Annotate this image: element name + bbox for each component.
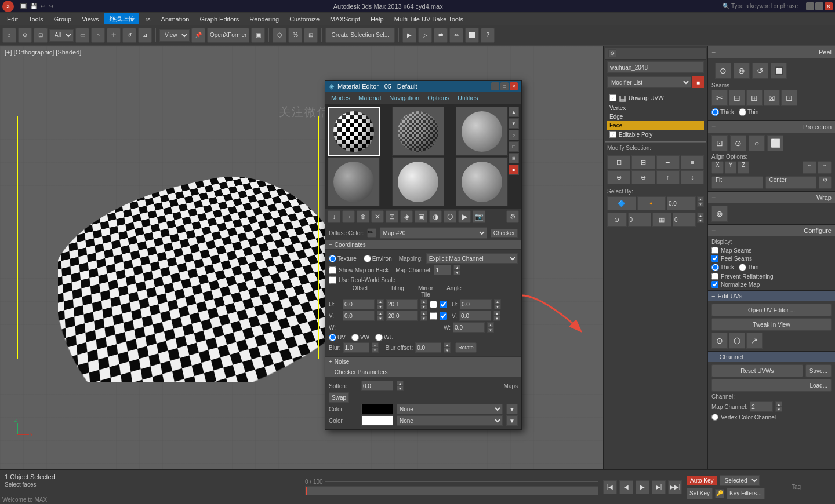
proj-icon3[interactable]: ○ xyxy=(749,135,765,151)
mat-menu-material[interactable]: Material xyxy=(355,93,384,103)
peel-seams-checkbox[interactable] xyxy=(711,255,718,262)
menu-tools[interactable]: Tools xyxy=(24,14,48,24)
modifier-face[interactable]: Face xyxy=(607,121,704,130)
color1-swatch[interactable] xyxy=(361,404,393,414)
peel-icon2[interactable]: ⊚ xyxy=(734,63,750,79)
auto-key-button[interactable]: Auto Key xyxy=(687,476,717,485)
map-seams-checkbox[interactable] xyxy=(711,247,718,254)
seam-btn3[interactable]: ⊞ xyxy=(746,90,763,106)
mat-tool-video[interactable]: 📷 xyxy=(473,210,485,223)
map-channel-spin-dn[interactable]: ▼ xyxy=(453,270,460,275)
play-end-btn[interactable]: ▶▶| xyxy=(668,480,682,494)
spin-up1[interactable]: ▲ xyxy=(697,196,704,202)
mat-tool-get[interactable]: ↓ xyxy=(328,210,340,223)
toolbar-render2[interactable]: ▷ xyxy=(418,28,432,43)
select-by-input1[interactable] xyxy=(667,196,696,210)
vertex-color-radio[interactable] xyxy=(711,414,718,421)
modifier-edge[interactable]: Edge xyxy=(607,112,704,121)
filter-select[interactable]: All xyxy=(49,29,74,42)
w-angle-input[interactable] xyxy=(453,322,485,333)
color2-swatch[interactable] xyxy=(361,415,393,426)
play-next-btn[interactable]: ▶| xyxy=(652,480,666,494)
modifier-vertex[interactable]: Vertex xyxy=(607,104,704,112)
real-world-checkbox[interactable] xyxy=(329,276,336,284)
show-map-checkbox[interactable] xyxy=(329,266,336,274)
soften-up[interactable]: ▲ xyxy=(397,381,404,386)
blur-dn[interactable]: ▼ xyxy=(372,348,379,353)
minimize-button[interactable]: _ xyxy=(806,2,814,10)
v-angle-up[interactable]: ▲ xyxy=(493,311,500,316)
toolbar-rotate[interactable]: ↺ xyxy=(122,28,136,43)
maximize-button[interactable]: □ xyxy=(815,2,823,10)
play-prev-btn[interactable]: ◀ xyxy=(619,480,633,494)
normalize-map-checkbox[interactable] xyxy=(711,281,718,288)
modify-btn1[interactable]: ⊡ xyxy=(607,155,630,169)
key-icon[interactable]: 🔑 xyxy=(715,489,724,498)
uv-radio[interactable] xyxy=(329,334,336,341)
align-y-btn[interactable]: Y xyxy=(725,161,737,174)
soften-input[interactable] xyxy=(361,381,393,391)
u-offset-dn[interactable]: ▼ xyxy=(377,304,384,309)
preview-ctrl-grid[interactable]: ⊞ xyxy=(509,153,519,163)
fit-button[interactable]: Fit xyxy=(711,176,763,189)
toolbar-icon1[interactable]: ⌂ xyxy=(2,28,16,43)
align-x-btn[interactable]: X xyxy=(711,161,724,174)
align-left-btn[interactable]: ← xyxy=(803,161,816,174)
play-btn[interactable]: ▶ xyxy=(636,480,649,494)
mat-max-btn[interactable]: □ xyxy=(500,82,509,90)
wu-radio-label[interactable]: WU xyxy=(375,334,394,341)
modifier-editable-poly[interactable]: ✓ Editable Poly xyxy=(607,130,704,139)
v-tile-checkbox[interactable] xyxy=(440,312,447,320)
preview-cell-2[interactable] xyxy=(392,107,444,156)
toolbar-scale[interactable]: ⊿ xyxy=(138,28,152,43)
toolbar-icon3[interactable]: ⊡ xyxy=(34,28,48,43)
wrap-header[interactable]: − Wrap xyxy=(708,192,835,203)
mat-tool-3d[interactable]: ⬡ xyxy=(444,210,456,223)
color2-map-btn[interactable]: ▼ xyxy=(506,415,518,426)
select-by-btn4[interactable]: ▦ xyxy=(652,213,672,227)
v-offset-input[interactable] xyxy=(343,311,375,321)
seam-btn4[interactable]: ⊠ xyxy=(764,90,780,106)
edit-uv-icon3[interactable]: ↗ xyxy=(746,333,763,349)
mapping-select[interactable]: Explicit Map Channel xyxy=(426,253,518,264)
v-angle-input[interactable] xyxy=(459,311,491,321)
u-offset-up[interactable]: ▲ xyxy=(377,299,384,304)
soften-dn[interactable]: ▼ xyxy=(397,386,404,391)
blur-offset-up[interactable]: ▲ xyxy=(444,342,451,348)
vw-radio[interactable] xyxy=(351,334,359,341)
edit-uv-icon2[interactable]: ⬡ xyxy=(729,333,745,349)
tweak-in-view-button[interactable]: Tweak In View xyxy=(711,318,832,331)
modify-btn4[interactable]: ≡ xyxy=(681,155,704,169)
modifier-color-indicator[interactable]: ■ xyxy=(692,76,704,88)
v-tiling-up[interactable]: ▲ xyxy=(420,311,427,316)
modify-btn3[interactable]: ━ xyxy=(656,155,680,169)
wu-radio[interactable] xyxy=(375,334,383,341)
toolbar-icon5[interactable]: ⬡ xyxy=(273,28,286,43)
object-name-input[interactable] xyxy=(607,61,704,73)
toolbar-select-rect[interactable]: ▭ xyxy=(75,28,89,43)
menu-help[interactable]: Help xyxy=(366,14,389,24)
seam-btn2[interactable]: ⊟ xyxy=(729,90,745,106)
toolbar-help[interactable]: ? xyxy=(481,28,495,43)
toolbar-openxformer[interactable]: OpenXFormer xyxy=(207,28,249,43)
swap-button[interactable]: Swap xyxy=(329,392,349,403)
spin-dn1[interactable]: ▼ xyxy=(697,202,704,207)
align-right-btn[interactable]: → xyxy=(818,161,832,174)
mat-tool-delete[interactable]: ✕ xyxy=(371,210,384,223)
w-angle-dn[interactable]: ▼ xyxy=(487,327,494,333)
toolbar-icon2[interactable]: ⊙ xyxy=(18,28,32,43)
center-button[interactable]: Center xyxy=(765,176,817,189)
modify-btn8[interactable]: ↕ xyxy=(681,170,704,184)
preview-ctrl-2[interactable]: ▼ xyxy=(509,118,519,129)
mat-min-btn[interactable]: _ xyxy=(491,82,499,90)
menu-customize[interactable]: Customize xyxy=(285,14,324,24)
mat-menu-utilities[interactable]: Utilities xyxy=(454,93,481,103)
load-button[interactable]: Load... xyxy=(711,379,832,392)
toolbar-render1[interactable]: ▶ xyxy=(402,28,416,43)
reset-uvws-button[interactable]: Reset UVWs xyxy=(711,364,803,377)
color1-map-select[interactable]: None xyxy=(397,404,503,414)
thick-config-radio[interactable] xyxy=(711,264,719,271)
toolbar-move[interactable]: ✛ xyxy=(107,28,121,43)
blur-input[interactable] xyxy=(343,342,369,353)
mat-tool-viewport[interactable]: ▶ xyxy=(458,210,471,223)
